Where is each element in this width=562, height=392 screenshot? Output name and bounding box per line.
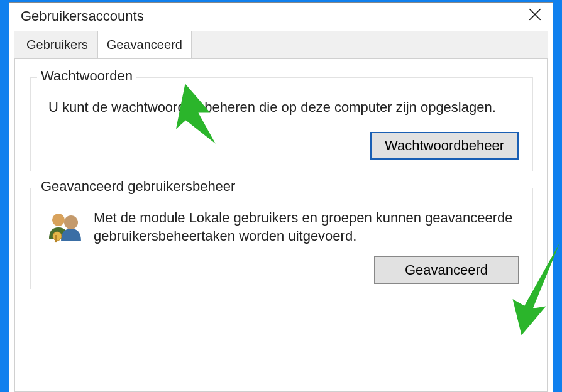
tab-label: Geavanceerd — [107, 38, 182, 52]
passwords-group: Wachtwoorden U kunt de wachtwoorden behe… — [30, 77, 533, 172]
svg-point-4 — [53, 232, 62, 241]
tab-label: Gebruikers — [26, 38, 88, 52]
svg-point-3 — [64, 215, 78, 229]
button-row: Geavanceerd — [45, 256, 519, 284]
passwords-text: U kunt de wachtwoorden beheren die op de… — [48, 98, 515, 117]
window-title: Gebruikersaccounts — [21, 8, 144, 24]
advanced-user-management-group: Geavanceerd gebruikersbeheer Met de modu… — [30, 188, 533, 289]
tab-bar: Gebruikers Geavanceerd — [14, 31, 548, 59]
password-manager-button[interactable]: Wachtwoordbeheer — [370, 132, 519, 160]
svg-point-6 — [55, 239, 57, 242]
user-accounts-window: Gebruikersaccounts Gebruikers Geavanceer… — [9, 2, 553, 392]
tab-content: Wachtwoorden U kunt de wachtwoorden behe… — [14, 58, 548, 392]
advanced-text: Met de module Lokale gebruikers en groep… — [94, 209, 517, 246]
group-title: Geavanceerd gebruikersbeheer — [37, 178, 239, 195]
users-group-icon — [46, 210, 84, 248]
tab-advanced[interactable]: Geavanceerd — [97, 31, 192, 58]
tab-users[interactable]: Gebruikers — [17, 31, 97, 58]
close-icon — [529, 8, 541, 24]
advanced-body: Met de module Lokale gebruikers en groep… — [46, 209, 517, 248]
close-button[interactable] — [526, 8, 544, 25]
group-title: Wachtwoorden — [37, 68, 136, 84]
button-row: Wachtwoordbeheer — [45, 132, 519, 160]
svg-point-2 — [52, 214, 65, 226]
titlebar: Gebruikersaccounts — [9, 3, 553, 30]
advanced-button[interactable]: Geavanceerd — [374, 256, 519, 284]
